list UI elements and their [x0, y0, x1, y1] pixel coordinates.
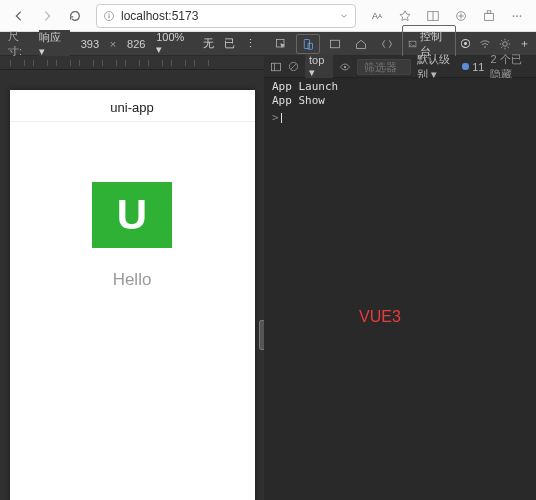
- welcome-icon[interactable]: [324, 35, 346, 53]
- wifi-icon[interactable]: [479, 38, 491, 50]
- dim-sep: ×: [110, 38, 116, 50]
- forward-button[interactable]: [34, 3, 60, 29]
- svg-rect-2: [108, 13, 109, 14]
- debug-icon[interactable]: ⦿: [460, 38, 471, 50]
- info-icon: [103, 10, 115, 22]
- console-body[interactable]: App Launch App Show > VUE3: [264, 78, 536, 500]
- size-label: 尺寸:: [8, 29, 33, 59]
- svg-point-9: [516, 15, 518, 17]
- hidden-label: 2 个已隐藏: [490, 52, 530, 82]
- svg-point-8: [513, 15, 515, 17]
- svg-point-17: [503, 41, 508, 46]
- filter-input[interactable]: [357, 59, 411, 75]
- plus-icon[interactable]: ＋: [519, 36, 530, 51]
- gear-icon[interactable]: [499, 38, 511, 50]
- extensions-icon[interactable]: [476, 3, 502, 29]
- context-select[interactable]: top ▾: [305, 54, 333, 79]
- svg-point-10: [520, 15, 522, 17]
- device-toolbar: 尺寸: 响应 ▾ 393 × 826 100% ▾ 无 已 ⋮: [0, 32, 264, 56]
- svg-point-16: [484, 46, 486, 48]
- url-text: localhost:5173: [121, 9, 349, 23]
- caret-down-icon: [339, 11, 349, 21]
- vue3-overlay: VUE3: [359, 308, 401, 326]
- hello-text: Hello: [113, 270, 152, 290]
- clear-console-icon[interactable]: [288, 61, 299, 72]
- logo-letter: U: [117, 191, 147, 239]
- home-icon[interactable]: [350, 35, 372, 53]
- dpr-select[interactable]: 无: [203, 36, 214, 51]
- info-dot-icon: [462, 63, 469, 70]
- ruler: [0, 56, 264, 70]
- sidebar-toggle-icon[interactable]: [270, 61, 282, 73]
- svg-rect-7: [487, 10, 491, 13]
- svg-point-22: [344, 65, 346, 67]
- height-input[interactable]: 826: [122, 38, 150, 50]
- device-frame: uni-app U Hello: [10, 90, 255, 500]
- more-device-icon[interactable]: ⋮: [245, 37, 256, 50]
- address-bar[interactable]: localhost:5173: [96, 4, 356, 28]
- console-line: App Launch: [272, 80, 528, 94]
- inspect-icon[interactable]: [270, 35, 292, 53]
- page-title: uni-app: [10, 90, 255, 122]
- throttling-select[interactable]: 已: [224, 36, 235, 51]
- issue-count[interactable]: 11: [462, 61, 484, 73]
- elements-icon[interactable]: [376, 35, 398, 53]
- eye-icon[interactable]: [339, 61, 351, 73]
- svg-rect-14: [331, 40, 340, 48]
- device-mode-icon[interactable]: [296, 34, 320, 54]
- width-input[interactable]: 393: [76, 38, 104, 50]
- device-select[interactable]: 响应 ▾: [39, 30, 70, 58]
- svg-rect-1: [108, 15, 109, 18]
- console-line: App Show: [272, 94, 528, 108]
- back-button[interactable]: [6, 3, 32, 29]
- more-icon[interactable]: [504, 3, 530, 29]
- app-logo: U: [92, 182, 172, 248]
- refresh-button[interactable]: [62, 3, 88, 29]
- svg-rect-12: [304, 39, 309, 48]
- zoom-select[interactable]: 100% ▾: [156, 31, 193, 56]
- console-prompt[interactable]: >: [272, 111, 528, 124]
- svg-line-21: [291, 64, 297, 70]
- svg-rect-6: [485, 13, 494, 20]
- text-size-button[interactable]: AA: [364, 3, 390, 29]
- device-viewport: uni-app U Hello: [0, 70, 264, 500]
- console-toolbar: top ▾ 默认级别 ▾ 11 2 个已隐藏: [264, 56, 536, 78]
- svg-rect-18: [272, 63, 281, 71]
- level-select[interactable]: 默认级别 ▾: [417, 52, 457, 82]
